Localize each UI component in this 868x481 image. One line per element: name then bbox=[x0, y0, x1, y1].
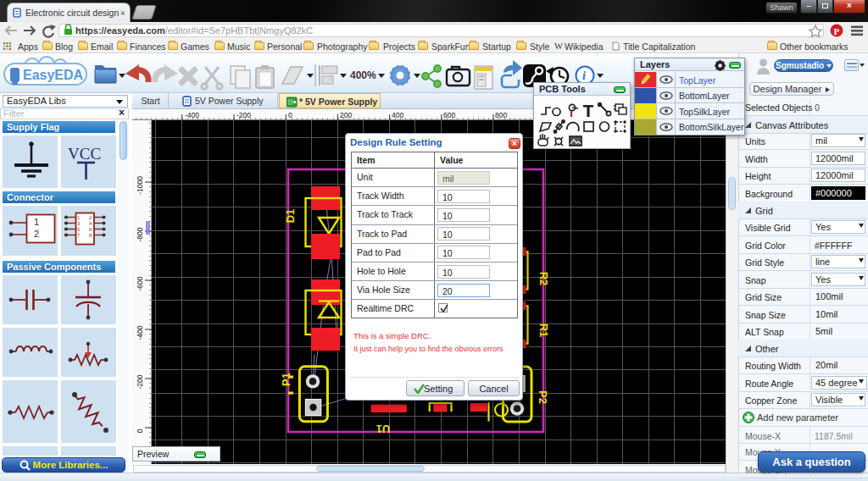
svg-text:-200: -200 bbox=[236, 111, 251, 119]
svg-text:P: P bbox=[834, 26, 840, 36]
svg-text:400%: 400% bbox=[350, 69, 376, 81]
svg-text:R2: R2 bbox=[537, 272, 550, 286]
svg-text:EasyEDA: EasyEDA bbox=[23, 68, 84, 82]
svg-text:0: 0 bbox=[288, 111, 292, 119]
svg-text:P1: P1 bbox=[280, 373, 292, 386]
svg-text:-400: -400 bbox=[136, 325, 144, 340]
svg-text:2: 2 bbox=[34, 229, 39, 239]
svg-text:D1: D1 bbox=[284, 209, 297, 224]
svg-text:800: 800 bbox=[495, 111, 507, 119]
svg-text:U1: U1 bbox=[376, 423, 391, 435]
svg-text:1: 1 bbox=[34, 217, 39, 227]
svg-text:0: 0 bbox=[136, 428, 144, 433]
svg-text:-600: -600 bbox=[136, 276, 144, 290]
svg-text:200: 200 bbox=[340, 111, 352, 119]
svg-text:-1000: -1000 bbox=[136, 176, 144, 195]
svg-text:600: 600 bbox=[443, 111, 455, 119]
svg-text:VCC: VCC bbox=[68, 145, 101, 163]
svg-text:R1: R1 bbox=[537, 323, 550, 338]
svg-text:-200: -200 bbox=[136, 374, 144, 389]
svg-text:i: i bbox=[582, 69, 586, 82]
svg-text:-400: -400 bbox=[185, 111, 199, 119]
svg-text:-800: -800 bbox=[136, 227, 144, 241]
svg-text:P2: P2 bbox=[537, 390, 549, 404]
svg-text:400: 400 bbox=[392, 111, 403, 119]
